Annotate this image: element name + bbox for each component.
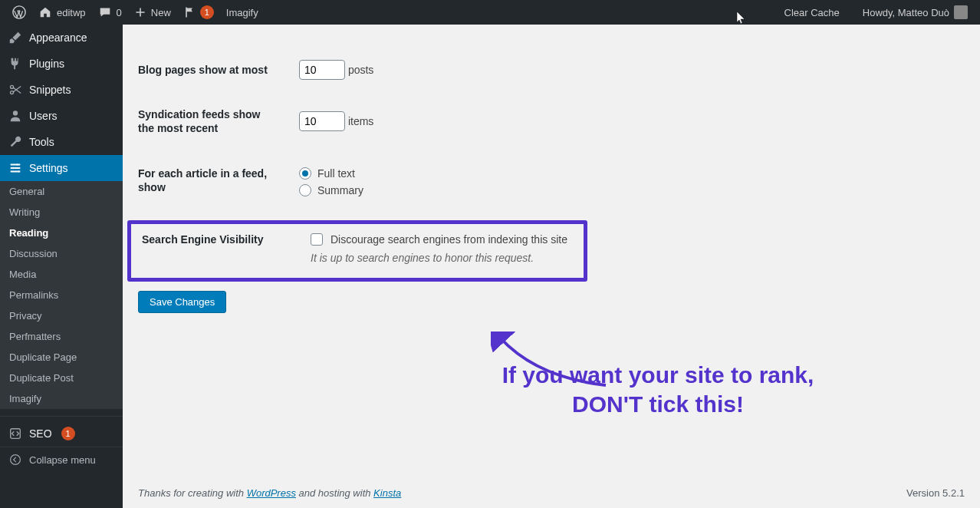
clear-cache-link[interactable]: Clear Cache (778, 0, 846, 25)
menu-snippets[interactable]: Snippets (0, 77, 123, 103)
chevron-left-icon (8, 454, 23, 466)
submenu-reading[interactable]: Reading (0, 223, 123, 243)
clear-cache-label: Clear Cache (784, 7, 840, 18)
blog-pages-input[interactable] (299, 60, 345, 80)
submenu-writing[interactable]: Writing (0, 202, 123, 223)
submenu-imagify[interactable]: Imagify (0, 388, 123, 409)
save-button[interactable]: Save Changes (138, 291, 226, 313)
brush-icon (8, 31, 23, 45)
menu-label: Settings (29, 162, 68, 174)
feed-fulltext-label[interactable]: Full text (317, 167, 355, 180)
comments-count: 0 (117, 7, 122, 18)
avatar (954, 5, 968, 19)
svg-point-2 (11, 91, 14, 94)
feed-fulltext-radio[interactable] (299, 167, 311, 180)
sliders-icon (8, 161, 23, 175)
sev-checkbox[interactable] (311, 233, 323, 246)
submenu-duplicate-page[interactable]: Duplicate Page (0, 347, 123, 368)
updates-count-badge: 1 (200, 5, 214, 19)
menu-label: Snippets (29, 84, 71, 96)
svg-point-8 (11, 455, 21, 465)
menu-label: Appearance (29, 31, 87, 44)
comment-icon (98, 5, 112, 19)
submenu-duplicate-post[interactable]: Duplicate Post (0, 368, 123, 388)
svg-point-5 (12, 167, 15, 170)
feed-summary-label[interactable]: Summary (317, 184, 363, 196)
scissors-icon (8, 83, 23, 97)
menu-settings[interactable]: Settings (0, 155, 123, 181)
annotation-text: If you want your site to rank, DON'T tic… (489, 361, 827, 418)
user-icon (8, 109, 23, 123)
flag-icon (183, 5, 196, 19)
sev-description: It is up to search engines to honor this… (311, 252, 567, 264)
howdy-label: Howdy, Matteo Duò (863, 7, 949, 18)
svg-point-3 (13, 111, 18, 115)
menu-users[interactable]: Users (0, 103, 123, 129)
seo-icon (8, 427, 23, 440)
site-name-link[interactable]: editwp (32, 0, 92, 25)
imagify-link[interactable]: Imagify (220, 0, 265, 25)
plug-icon (8, 57, 23, 71)
footer-prefix: Thanks for creating with (138, 487, 247, 499)
imagify-label: Imagify (226, 7, 258, 18)
account-link[interactable]: Howdy, Matteo Duò (857, 0, 974, 25)
version-label: Version 5.2.1 (906, 487, 965, 499)
search-engine-visibility-section: Search Engine Visibility Discourage sear… (127, 220, 587, 282)
svg-point-1 (11, 85, 14, 88)
svg-point-6 (18, 170, 20, 173)
plus-icon (134, 6, 146, 18)
syndication-input[interactable] (299, 111, 345, 131)
collapse-label: Collapse menu (29, 454, 96, 466)
wrench-icon (8, 135, 23, 149)
menu-seo[interactable]: SEO 1 (0, 421, 123, 447)
blog-pages-label: Blog pages show at most (138, 48, 291, 92)
menu-label: Plugins (29, 58, 64, 70)
home-icon (38, 5, 52, 19)
collapse-menu[interactable]: Collapse menu (0, 447, 123, 472)
settings-submenu: General Writing Reading Discussion Media… (0, 181, 123, 409)
comments-link[interactable]: 0 (92, 0, 128, 25)
menu-label: Users (29, 110, 58, 122)
submenu-general[interactable]: General (0, 181, 123, 202)
sev-label: Search Engine Visibility (142, 233, 280, 246)
svg-point-4 (16, 163, 18, 166)
blog-pages-suffix: posts (348, 64, 373, 76)
wp-logo[interactable] (6, 0, 32, 25)
menu-appearance[interactable]: Appearance (0, 25, 123, 51)
submenu-media[interactable]: Media (0, 264, 123, 285)
footer-mid: and hosting with (296, 487, 373, 499)
sev-checkbox-label[interactable]: Discourage search engines from indexing … (331, 233, 567, 246)
admin-bar: editwp 0 New 1 Imagify Clear Cache (0, 0, 980, 25)
menu-label: Tools (29, 136, 54, 148)
footer: Thanks for creating with WordPress and h… (123, 478, 980, 508)
syndication-suffix: items (348, 115, 373, 127)
updates-link[interactable]: 1 (177, 0, 220, 25)
admin-menu: Appearance Plugins Snippets Users Tools … (0, 25, 123, 508)
feed-summary-radio[interactable] (299, 184, 311, 196)
submenu-perfmatters[interactable]: Perfmatters (0, 326, 123, 347)
menu-label: SEO (29, 427, 52, 440)
new-content-link[interactable]: New (128, 0, 177, 25)
wordpress-link[interactable]: WordPress (247, 487, 296, 499)
syndication-label: Syndication feeds show the most recent (138, 92, 291, 150)
menu-plugins[interactable]: Plugins (0, 51, 123, 77)
menu-tools[interactable]: Tools (0, 129, 123, 155)
menu-separator (0, 413, 123, 417)
content-area: Blog pages show at most posts Syndicatio… (123, 25, 980, 508)
new-label: New (151, 7, 171, 18)
submenu-permalinks[interactable]: Permalinks (0, 285, 123, 305)
seo-count-badge: 1 (61, 427, 75, 440)
wordpress-icon (12, 5, 26, 19)
feed-label: For each article in a feed, show (138, 151, 291, 213)
submenu-privacy[interactable]: Privacy (0, 305, 123, 326)
submenu-discussion[interactable]: Discussion (0, 243, 123, 264)
site-name-label: editwp (57, 7, 86, 18)
kinsta-link[interactable]: Kinsta (373, 487, 401, 499)
